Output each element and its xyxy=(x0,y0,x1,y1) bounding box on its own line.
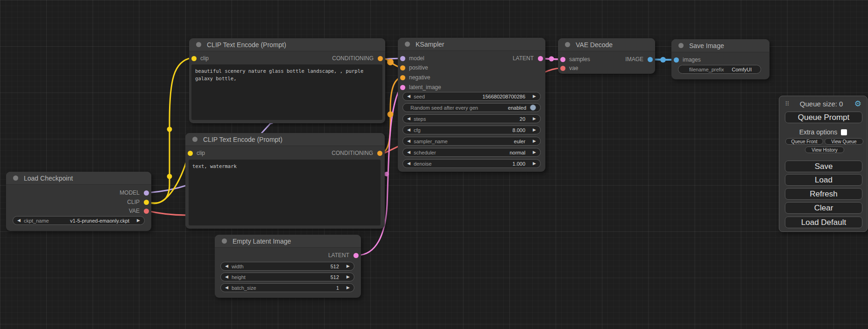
node-title-bar[interactable]: Empty Latent Image xyxy=(215,235,361,248)
node-vae-decode[interactable]: VAE Decode samples vae IMAGE xyxy=(558,38,655,74)
clip-port-icon[interactable] xyxy=(191,56,197,61)
sampler-name-widget[interactable]: ◀ sampler_name euler ▶ xyxy=(402,137,541,146)
node-title-bar[interactable]: CLIP Text Encode (Prompt) xyxy=(189,38,385,51)
node-title-bar[interactable]: Load Checkpoint xyxy=(6,172,151,185)
height-widget[interactable]: ◀ height 512 ▶ xyxy=(220,273,354,281)
ckpt-name-widget[interactable]: ◀ ckpt_name v1-5-pruned-emaonly.ckpt ▶ xyxy=(13,216,145,225)
latent-port-icon[interactable] xyxy=(400,85,405,90)
collapse-dot-icon[interactable] xyxy=(405,42,410,47)
collapse-dot-icon[interactable] xyxy=(196,42,201,47)
queue-prompt-button[interactable]: Queue Prompt xyxy=(785,112,862,123)
decrement-arrow-icon[interactable]: ◀ xyxy=(407,139,410,143)
vae-port-icon[interactable] xyxy=(560,66,565,71)
collapse-dot-icon[interactable] xyxy=(13,175,18,181)
denoise-widget[interactable]: ◀ denoise 1.000 ▶ xyxy=(402,159,541,168)
conditioning-port-icon[interactable] xyxy=(377,151,382,156)
decrement-arrow-icon[interactable]: ◀ xyxy=(407,117,410,121)
drag-handle-icon[interactable]: ⠿ xyxy=(785,100,789,107)
input-slot-images[interactable]: images xyxy=(674,56,701,63)
vae-port-icon[interactable] xyxy=(144,209,149,214)
collapse-dot-icon[interactable] xyxy=(565,42,570,47)
output-slot-image[interactable]: IMAGE xyxy=(625,56,653,63)
conditioning-port-icon[interactable] xyxy=(400,65,405,70)
queue-front-button[interactable]: Queue Front xyxy=(785,138,823,145)
decrement-arrow-icon[interactable]: ◀ xyxy=(407,150,410,154)
toggle-enabled-icon[interactable] xyxy=(530,105,536,111)
conditioning-port-icon[interactable] xyxy=(378,56,383,61)
image-port-icon[interactable] xyxy=(674,57,679,63)
width-widget[interactable]: ◀ width 512 ▶ xyxy=(220,262,354,271)
decrement-arrow-icon[interactable]: ◀ xyxy=(225,275,228,279)
settings-gear-icon[interactable]: ⚙ xyxy=(854,100,861,108)
latent-port-icon[interactable] xyxy=(560,57,565,62)
link-midpoint-dot[interactable] xyxy=(660,57,666,63)
node-clip-text-encode-positive[interactable]: CLIP Text Encode (Prompt) clip CONDITION… xyxy=(189,38,385,123)
increment-arrow-icon[interactable]: ▶ xyxy=(346,286,350,290)
increment-arrow-icon[interactable]: ▶ xyxy=(533,150,536,154)
clip-port-icon[interactable] xyxy=(188,151,193,156)
scheduler-widget[interactable]: ◀ scheduler normal ▶ xyxy=(402,148,541,157)
node-title-bar[interactable]: KSampler xyxy=(398,38,545,51)
clear-button[interactable]: Clear xyxy=(785,202,862,214)
batch-size-widget[interactable]: ◀ batch_size 1 ▶ xyxy=(220,283,354,292)
decrement-arrow-icon[interactable]: ◀ xyxy=(17,218,21,223)
increment-arrow-icon[interactable]: ▶ xyxy=(533,117,536,121)
input-slot-samples[interactable]: samples xyxy=(560,56,590,63)
steps-widget[interactable]: ◀ steps 20 ▶ xyxy=(402,114,541,123)
decrement-arrow-icon[interactable]: ◀ xyxy=(407,128,410,132)
node-ksampler[interactable]: KSampler model positive negative latent_… xyxy=(398,38,545,172)
input-slot-model[interactable]: model xyxy=(400,55,424,62)
latent-port-icon[interactable] xyxy=(353,253,359,258)
link-midpoint-dot[interactable] xyxy=(388,112,394,118)
link-midpoint-dot[interactable] xyxy=(387,59,394,65)
output-slot-clip[interactable]: CLIP xyxy=(127,199,149,205)
input-slot-latent-image[interactable]: latent_image xyxy=(400,84,441,91)
view-history-button[interactable]: View History xyxy=(805,147,844,153)
node-empty-latent-image[interactable]: Empty Latent Image LATENT ◀ width 512 ▶ … xyxy=(215,235,361,298)
output-slot-latent[interactable]: LATENT xyxy=(513,55,543,62)
input-slot-negative[interactable]: negative xyxy=(400,74,430,81)
seed-widget[interactable]: ◀ seed 156680208700286 ▶ xyxy=(402,92,541,101)
latent-port-icon[interactable] xyxy=(538,56,543,61)
prompt-text-input[interactable]: beautiful scenery nature glass bottle la… xyxy=(191,64,382,120)
conditioning-port-icon[interactable] xyxy=(400,75,405,80)
node-clip-text-encode-negative[interactable]: CLIP Text Encode (Prompt) clip CONDITION… xyxy=(185,133,385,229)
load-default-button[interactable]: Load Default xyxy=(785,217,862,228)
output-slot-conditioning[interactable]: CONDITIONING xyxy=(332,55,383,62)
model-port-icon[interactable] xyxy=(144,190,149,196)
load-button[interactable]: Load xyxy=(785,174,862,186)
link-midpoint-dot[interactable] xyxy=(549,56,554,62)
input-slot-clip[interactable]: clip xyxy=(191,55,209,62)
link-midpoint-dot[interactable] xyxy=(167,174,172,179)
node-title-bar[interactable]: VAE Decode xyxy=(558,38,655,51)
increment-arrow-icon[interactable]: ▶ xyxy=(533,94,536,98)
output-slot-vae[interactable]: VAE xyxy=(129,208,149,214)
node-title-bar[interactable]: CLIP Text Encode (Prompt) xyxy=(185,133,385,146)
decrement-arrow-icon[interactable]: ◀ xyxy=(225,286,228,290)
output-slot-conditioning[interactable]: CONDITIONING xyxy=(332,150,382,156)
link-midpoint-dot[interactable] xyxy=(384,172,389,176)
extra-options-checkbox[interactable] xyxy=(841,129,847,135)
prompt-text-input[interactable]: text, watermark xyxy=(189,160,381,225)
image-port-icon[interactable] xyxy=(648,57,653,62)
link-midpoint-dot[interactable] xyxy=(167,127,172,132)
input-slot-vae[interactable]: vae xyxy=(560,65,578,71)
save-button[interactable]: Save xyxy=(785,161,862,172)
increment-arrow-icon[interactable]: ▶ xyxy=(533,128,536,132)
increment-arrow-icon[interactable]: ▶ xyxy=(533,139,536,143)
increment-arrow-icon[interactable]: ▶ xyxy=(346,264,350,268)
random-seed-toggle-widget[interactable]: Random seed after every gen enabled xyxy=(402,103,541,112)
collapse-dot-icon[interactable] xyxy=(192,137,198,142)
view-queue-button[interactable]: View Queue xyxy=(825,138,863,145)
output-slot-latent[interactable]: LATENT xyxy=(328,252,359,259)
node-title-bar[interactable]: Save Image xyxy=(671,39,769,52)
node-load-checkpoint[interactable]: Load Checkpoint MODEL CLIP VAE ◀ ckpt_na… xyxy=(6,172,151,231)
collapse-dot-icon[interactable] xyxy=(678,43,684,48)
cfg-widget[interactable]: ◀ cfg 8.000 ▶ xyxy=(402,126,541,134)
input-slot-positive[interactable]: positive xyxy=(400,64,428,71)
collapse-dot-icon[interactable] xyxy=(222,238,227,244)
decrement-arrow-icon[interactable]: ◀ xyxy=(407,94,410,98)
increment-arrow-icon[interactable]: ▶ xyxy=(137,218,140,223)
filename-prefix-widget[interactable]: filename_prefix ComfyUI xyxy=(678,65,761,74)
clip-port-icon[interactable] xyxy=(144,200,149,205)
